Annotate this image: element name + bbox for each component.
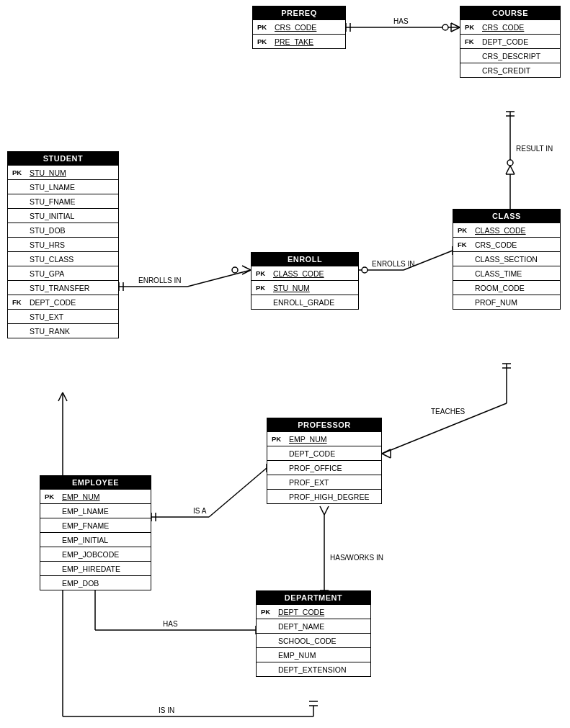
svg-text:IS A: IS A: [193, 507, 207, 515]
svg-text:ENROLLS IN: ENROLLS IN: [138, 277, 181, 284]
svg-text:ENROLLS IN: ENROLLS IN: [372, 260, 414, 268]
enroll-class-code-key: PK: [256, 269, 269, 277]
employee-row-emp-num: PK EMP_NUM: [40, 489, 151, 503]
student-row-stu-transfer: STU_TRANSFER: [8, 280, 118, 295]
student-row-stu-hrs: STU_HRS: [8, 237, 118, 251]
class-row-crs-code: FK CRS_CODE: [453, 237, 560, 251]
professor-prof-office-field: PROF_OFFICE: [289, 464, 342, 472]
enroll-enroll-grade-field: ENROLL_GRADE: [273, 298, 334, 307]
department-row-dept-name: DEPT_NAME: [257, 619, 370, 633]
employee-emp-initial-field: EMP_INITIAL: [62, 536, 108, 544]
enroll-stu-num-field: STU_NUM: [273, 284, 310, 292]
svg-line-26: [404, 251, 453, 270]
svg-point-27: [362, 267, 368, 273]
entity-enroll-title: ENROLL: [251, 253, 358, 266]
student-stu-transfer-field: STU_TRANSFER: [30, 284, 89, 292]
professor-emp-num-field: EMP_NUM: [289, 435, 327, 444]
enroll-row-class-code: PK CLASS_CODE: [251, 266, 358, 280]
entity-department: DEPARTMENT PK DEPT_CODE DEPT_NAME SCHOOL…: [256, 590, 371, 677]
entity-course: COURSE PK CRS_CODE FK DEPT_CODE CRS_DESC…: [460, 6, 561, 78]
employee-emp-jobcode-field: EMP_JOBCODE: [62, 550, 119, 559]
employee-row-emp-jobcode: EMP_JOBCODE: [40, 547, 151, 561]
student-stu-class-field: STU_CLASS: [30, 255, 74, 264]
course-crs-descript-field: CRS_DESCRIPT: [482, 52, 540, 60]
student-stu-hrs-field: STU_HRS: [30, 241, 65, 249]
svg-line-13: [510, 166, 515, 174]
class-row-class-time: CLASS_TIME: [453, 266, 560, 280]
entity-employee-title: EMPLOYEE: [40, 476, 151, 489]
enroll-row-enroll-grade: ENROLL_GRADE: [251, 295, 358, 309]
employee-emp-fname-field: EMP_FNAME: [62, 521, 109, 530]
svg-line-47: [320, 506, 324, 515]
student-row-stu-num: PK STU_NUM: [8, 165, 118, 179]
entity-enroll: ENROLL PK CLASS_CODE PK STU_NUM ENROLL_G…: [251, 252, 359, 310]
svg-line-4: [451, 27, 460, 32]
student-row-stu-gpa: STU_GPA: [8, 266, 118, 280]
professor-prof-ext-field: PROF_EXT: [289, 478, 329, 487]
erd-diagram: HAS RESULT IN ENROLLS IN: [0, 0, 570, 728]
svg-text:IS IN: IS IN: [159, 706, 174, 714]
class-row-class-code: PK CLASS_CODE: [453, 223, 560, 237]
student-stu-rank-field: STU_RANK: [30, 327, 70, 336]
department-dept-code-key: PK: [261, 608, 274, 616]
course-dept-code-key: FK: [465, 37, 478, 45]
department-dept-code-field: DEPT_CODE: [278, 608, 324, 616]
svg-text:TEACHES: TEACHES: [431, 408, 466, 415]
student-dept-code-field: DEPT_CODE: [30, 298, 76, 307]
svg-text:HAS/WORKS IN: HAS/WORKS IN: [330, 554, 383, 562]
student-row-stu-ext: STU_EXT: [8, 309, 118, 323]
svg-line-12: [506, 166, 510, 174]
svg-line-63: [63, 392, 67, 401]
student-stu-num-key: PK: [12, 168, 25, 176]
class-room-code-field: ROOM_CODE: [475, 284, 525, 292]
employee-emp-hiredate-field: EMP_HIREDATE: [62, 565, 120, 573]
employee-emp-num-field: EMP_NUM: [62, 493, 100, 501]
professor-dept-code-field: DEPT_CODE: [289, 449, 335, 458]
professor-row-prof-high-degree: PROF_HIGH_DEGREE: [267, 489, 381, 503]
professor-emp-num-key: PK: [272, 435, 285, 443]
professor-row-prof-ext: PROF_EXT: [267, 475, 381, 489]
enroll-row-stu-num: PK STU_NUM: [251, 280, 358, 295]
course-row-crs-code: PK CRS_CODE: [460, 19, 560, 34]
student-row-stu-dob: STU_DOB: [8, 223, 118, 237]
svg-line-22: [242, 270, 251, 274]
student-row-stu-fname: STU_FNAME: [8, 194, 118, 208]
svg-line-18: [187, 270, 251, 287]
employee-row-emp-dob: EMP_DOB: [40, 575, 151, 590]
entity-class-title: CLASS: [453, 210, 560, 223]
enroll-class-code-field: CLASS_CODE: [273, 269, 324, 278]
employee-row-emp-initial: EMP_INITIAL: [40, 532, 151, 547]
entity-professor-title: PROFESSOR: [267, 418, 381, 431]
class-class-section-field: CLASS_SECTION: [475, 255, 538, 264]
course-row-dept-code: FK DEPT_CODE: [460, 34, 560, 48]
class-prof-num-field: PROF_NUM: [475, 298, 517, 307]
entity-department-title: DEPARTMENT: [257, 591, 370, 604]
student-row-stu-rank: STU_RANK: [8, 323, 118, 338]
employee-row-emp-fname: EMP_FNAME: [40, 518, 151, 532]
course-crs-credit-field: CRS_CREDIT: [482, 66, 530, 75]
employee-emp-num-key: PK: [45, 493, 58, 500]
course-crs-code-key: PK: [465, 23, 478, 31]
department-row-emp-num: EMP_NUM: [257, 647, 370, 662]
svg-point-11: [507, 160, 513, 166]
employee-row-emp-lname: EMP_LNAME: [40, 503, 151, 518]
professor-row-prof-office: PROF_OFFICE: [267, 460, 381, 475]
department-row-school-code: SCHOOL_CODE: [257, 633, 370, 647]
svg-line-36: [382, 454, 391, 458]
employee-row-emp-hiredate: EMP_HIREDATE: [40, 561, 151, 575]
entity-student-title: STUDENT: [8, 152, 118, 165]
svg-line-62: [58, 392, 63, 401]
student-stu-gpa-field: STU_GPA: [30, 269, 64, 278]
department-row-dept-extension: DEPT_EXTENSION: [257, 662, 370, 676]
entity-student: STUDENT PK STU_NUM STU_LNAME STU_FNAME S…: [7, 151, 119, 338]
svg-text:HAS: HAS: [163, 620, 178, 628]
student-stu-lname-field: STU_LNAME: [30, 183, 75, 192]
student-row-stu-lname: STU_LNAME: [8, 179, 118, 194]
prereq-row-pre-take: PK PRE_TAKE: [253, 34, 345, 48]
enroll-stu-num-key: PK: [256, 284, 269, 292]
svg-line-3: [451, 23, 460, 27]
svg-point-23: [232, 267, 238, 273]
department-row-dept-code: PK DEPT_CODE: [257, 604, 370, 619]
course-crs-code-field: CRS_CODE: [482, 23, 524, 32]
student-dept-code-key: FK: [12, 298, 25, 306]
